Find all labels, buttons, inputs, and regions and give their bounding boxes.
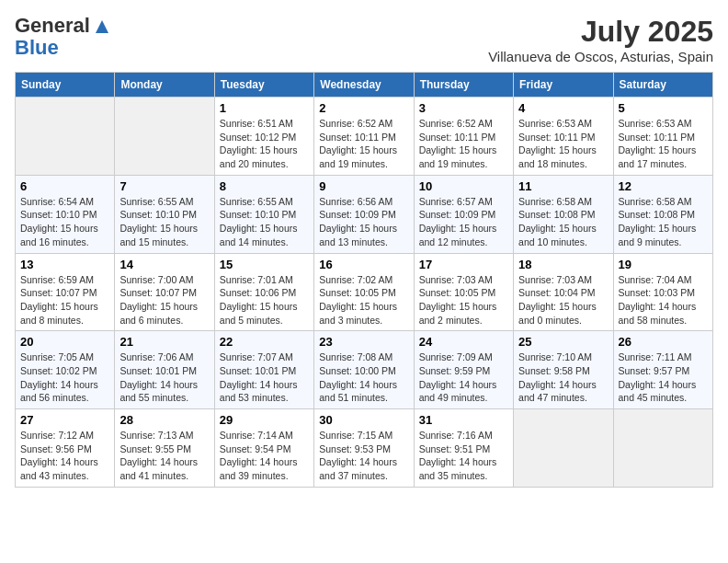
- day-number: 10: [419, 179, 508, 193]
- table-row: 3Sunrise: 6:52 AMSunset: 10:11 PMDayligh…: [414, 98, 513, 176]
- day-info: Sunrise: 6:53 AMSunset: 10:11 PMDaylight…: [619, 117, 708, 171]
- day-number: 30: [319, 413, 408, 427]
- day-number: 5: [619, 101, 708, 115]
- table-row: 22Sunrise: 7:07 AMSunset: 10:01 PMDaylig…: [214, 331, 313, 409]
- day-info: Sunrise: 7:04 AMSunset: 10:03 PMDaylight…: [619, 273, 708, 327]
- day-number: 25: [518, 335, 608, 349]
- table-row: 11Sunrise: 6:58 AMSunset: 10:08 PMDaylig…: [514, 175, 613, 253]
- day-info: Sunrise: 6:52 AMSunset: 10:11 PMDaylight…: [319, 117, 408, 171]
- col-monday: Monday: [115, 73, 214, 98]
- table-row: 14Sunrise: 7:00 AMSunset: 10:07 PMDaylig…: [115, 253, 214, 331]
- day-number: 19: [619, 258, 708, 271]
- day-info: Sunrise: 6:58 AMSunset: 10:08 PMDaylight…: [619, 195, 708, 249]
- day-info: Sunrise: 7:08 AMSunset: 10:00 PMDaylight…: [319, 350, 408, 405]
- day-info: Sunrise: 6:57 AMSunset: 10:09 PMDaylight…: [419, 195, 508, 249]
- table-row: 21Sunrise: 7:06 AMSunset: 10:01 PMDaylig…: [115, 331, 214, 409]
- table-row: 4Sunrise: 6:53 AMSunset: 10:11 PMDayligh…: [514, 98, 613, 176]
- day-info: Sunrise: 7:16 AMSunset: 9:51 PMDaylight:…: [419, 429, 508, 483]
- day-info: Sunrise: 6:56 AMSunset: 10:09 PMDaylight…: [319, 195, 408, 249]
- day-info: Sunrise: 7:10 AMSunset: 9:58 PMDaylight:…: [518, 350, 608, 405]
- svg-marker-0: [96, 20, 108, 33]
- table-row: 10Sunrise: 6:57 AMSunset: 10:09 PMDaylig…: [414, 175, 513, 253]
- day-number: 4: [518, 101, 608, 115]
- day-info: Sunrise: 7:02 AMSunset: 10:05 PMDaylight…: [319, 273, 408, 327]
- day-info: Sunrise: 7:11 AMSunset: 9:57 PMDaylight:…: [619, 350, 708, 405]
- day-number: 29: [220, 413, 309, 427]
- day-info: Sunrise: 7:00 AMSunset: 10:07 PMDaylight…: [119, 273, 209, 327]
- col-saturday: Saturday: [613, 73, 712, 98]
- day-number: 24: [419, 335, 508, 349]
- day-number: 18: [518, 258, 608, 271]
- calendar-week-row: 1Sunrise: 6:51 AMSunset: 10:12 PMDayligh…: [16, 98, 713, 176]
- day-number: 7: [119, 179, 209, 193]
- day-number: 23: [319, 335, 408, 349]
- table-row: 31Sunrise: 7:16 AMSunset: 9:51 PMDayligh…: [414, 409, 513, 488]
- table-row: 15Sunrise: 7:01 AMSunset: 10:06 PMDaylig…: [214, 253, 313, 331]
- day-info: Sunrise: 7:03 AMSunset: 10:05 PMDaylight…: [419, 273, 508, 327]
- day-number: 27: [20, 413, 109, 427]
- table-row: 29Sunrise: 7:14 AMSunset: 9:54 PMDayligh…: [214, 409, 313, 488]
- table-row: 7Sunrise: 6:55 AMSunset: 10:10 PMDayligh…: [115, 175, 214, 253]
- month-year: July 2025: [488, 15, 713, 49]
- day-number: 16: [319, 258, 408, 271]
- col-friday: Friday: [514, 73, 613, 98]
- day-number: 26: [619, 335, 708, 349]
- table-row: 2Sunrise: 6:52 AMSunset: 10:11 PMDayligh…: [314, 98, 414, 176]
- table-row: 28Sunrise: 7:13 AMSunset: 9:55 PMDayligh…: [115, 409, 214, 488]
- table-row: 20Sunrise: 7:05 AMSunset: 10:02 PMDaylig…: [16, 331, 115, 409]
- logo-general: General: [15, 14, 90, 37]
- location: Villanueva de Oscos, Asturias, Spain: [488, 49, 713, 64]
- table-row: [115, 98, 214, 176]
- table-row: 30Sunrise: 7:15 AMSunset: 9:53 PMDayligh…: [314, 409, 414, 488]
- day-info: Sunrise: 7:03 AMSunset: 10:04 PMDaylight…: [518, 273, 608, 327]
- table-row: 13Sunrise: 6:59 AMSunset: 10:07 PMDaylig…: [16, 253, 115, 331]
- col-wednesday: Wednesday: [314, 73, 414, 98]
- day-number: 22: [220, 335, 309, 349]
- table-row: 5Sunrise: 6:53 AMSunset: 10:11 PMDayligh…: [613, 98, 712, 176]
- table-row: 8Sunrise: 6:55 AMSunset: 10:10 PMDayligh…: [214, 175, 313, 253]
- day-info: Sunrise: 7:13 AMSunset: 9:55 PMDaylight:…: [119, 429, 209, 483]
- table-row: 9Sunrise: 6:56 AMSunset: 10:09 PMDayligh…: [314, 175, 414, 253]
- day-number: 11: [518, 179, 608, 193]
- table-row: 1Sunrise: 6:51 AMSunset: 10:12 PMDayligh…: [214, 98, 313, 176]
- day-number: 6: [20, 179, 109, 193]
- day-info: Sunrise: 6:51 AMSunset: 10:12 PMDaylight…: [220, 117, 309, 171]
- day-number: 1: [220, 101, 309, 115]
- table-row: 23Sunrise: 7:08 AMSunset: 10:00 PMDaylig…: [314, 331, 414, 409]
- table-row: [16, 98, 115, 176]
- table-row: 17Sunrise: 7:03 AMSunset: 10:05 PMDaylig…: [414, 253, 513, 331]
- table-row: [613, 409, 712, 488]
- table-row: 24Sunrise: 7:09 AMSunset: 9:59 PMDayligh…: [414, 331, 513, 409]
- col-tuesday: Tuesday: [214, 73, 313, 98]
- calendar-table: Sunday Monday Tuesday Wednesday Thursday…: [15, 72, 713, 488]
- col-thursday: Thursday: [414, 73, 513, 98]
- day-number: 9: [319, 179, 408, 193]
- day-number: 31: [419, 413, 508, 427]
- day-number: 21: [119, 335, 209, 349]
- table-row: [514, 409, 613, 488]
- day-info: Sunrise: 7:01 AMSunset: 10:06 PMDaylight…: [220, 273, 309, 327]
- day-number: 2: [319, 101, 408, 115]
- calendar-week-row: 6Sunrise: 6:54 AMSunset: 10:10 PMDayligh…: [16, 175, 713, 253]
- day-number: 20: [20, 335, 109, 349]
- day-info: Sunrise: 6:53 AMSunset: 10:11 PMDaylight…: [518, 117, 608, 171]
- day-info: Sunrise: 7:09 AMSunset: 9:59 PMDaylight:…: [419, 350, 508, 405]
- day-number: 12: [619, 179, 708, 193]
- day-number: 3: [419, 101, 508, 115]
- logo-blue: Blue: [15, 36, 59, 59]
- logo-triangle-icon: [96, 20, 108, 37]
- col-sunday: Sunday: [16, 73, 115, 98]
- calendar-week-row: 27Sunrise: 7:12 AMSunset: 9:56 PMDayligh…: [16, 409, 713, 488]
- day-info: Sunrise: 6:55 AMSunset: 10:10 PMDaylight…: [220, 195, 309, 249]
- table-row: 26Sunrise: 7:11 AMSunset: 9:57 PMDayligh…: [613, 331, 712, 409]
- day-number: 8: [220, 179, 309, 193]
- day-number: 14: [119, 258, 209, 271]
- day-info: Sunrise: 7:15 AMSunset: 9:53 PMDaylight:…: [319, 429, 408, 483]
- day-number: 17: [419, 258, 508, 271]
- day-info: Sunrise: 6:55 AMSunset: 10:10 PMDaylight…: [119, 195, 209, 249]
- day-info: Sunrise: 6:52 AMSunset: 10:11 PMDaylight…: [419, 117, 508, 171]
- calendar-week-row: 20Sunrise: 7:05 AMSunset: 10:02 PMDaylig…: [16, 331, 713, 409]
- title-block: July 2025 Villanueva de Oscos, Asturias,…: [488, 15, 713, 64]
- day-info: Sunrise: 6:54 AMSunset: 10:10 PMDaylight…: [20, 195, 109, 249]
- calendar-header-row: Sunday Monday Tuesday Wednesday Thursday…: [16, 73, 713, 98]
